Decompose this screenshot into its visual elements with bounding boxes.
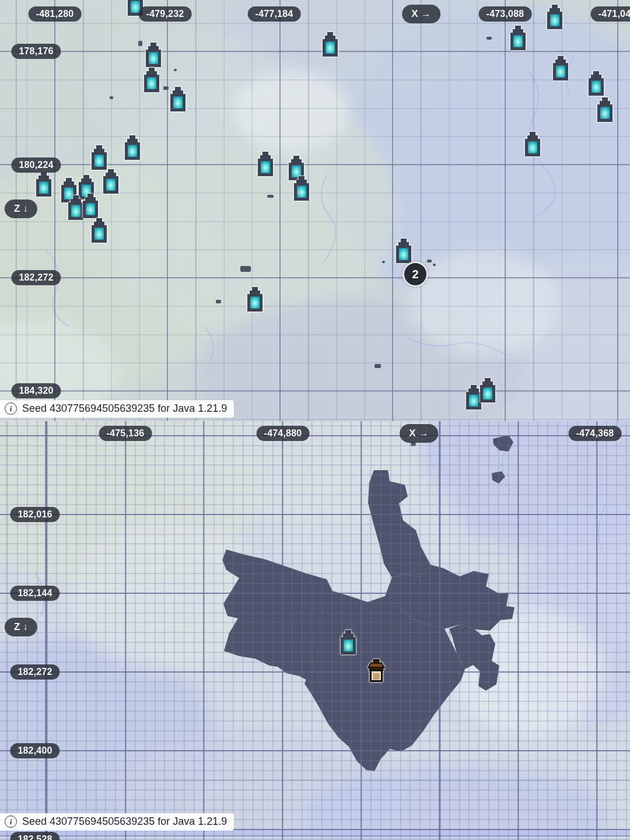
x-coordinate-label: -474,880 — [257, 426, 310, 441]
z-coordinate-label: 182,272 — [10, 664, 60, 680]
x-coordinate-label: -477,184 — [248, 6, 301, 22]
z-axis-direction-pill: Z ↓ — [5, 618, 37, 636]
z-coordinate-label: 182,144 — [10, 586, 60, 601]
z-coordinate-label: 182,016 — [10, 507, 60, 522]
map-detail-panel[interactable]: -475,136-474,880-474,368182,016182,14418… — [0, 421, 630, 840]
x-coordinate-label: -481,280 — [29, 6, 82, 22]
seed-info-bar: i Seed 430775694505639235 for Java 1.21.… — [0, 813, 234, 831]
coordinate-labels-layer: -475,136-474,880-474,368182,016182,14418… — [0, 421, 630, 840]
info-icon[interactable]: i — [5, 402, 17, 415]
x-coordinate-label: -474,368 — [569, 426, 622, 441]
info-icon[interactable]: i — [5, 816, 17, 828]
z-coordinate-label: 182,272 — [11, 270, 61, 285]
x-axis-direction-pill: X → — [402, 5, 440, 23]
seed-info-bar: i Seed 430775694505639235 for Java 1.21.… — [0, 400, 234, 418]
coordinate-labels-layer: -481,280-479,232-477,184-473,088-471,040… — [0, 0, 630, 421]
z-coordinate-label: 180,224 — [11, 158, 61, 173]
z-coordinate-label: 184,320 — [11, 383, 61, 398]
x-coordinate-label: -473,088 — [479, 6, 532, 22]
z-axis-direction-pill: Z ↓ — [5, 200, 37, 218]
seed-info-text: Seed 430775694505639235 for Java 1.21.9 — [22, 402, 227, 415]
seed-map-app: 2 -481,280-479,232-477,184-473,088-471,0… — [0, 0, 630, 840]
seed-info-text: Seed 430775694505639235 for Java 1.21.9 — [22, 816, 227, 828]
x-axis-direction-pill: X → — [400, 424, 438, 443]
z-coordinate-label: 182,400 — [10, 743, 60, 758]
x-coordinate-label: -479,232 — [139, 6, 192, 22]
x-coordinate-label: -475,136 — [99, 426, 152, 441]
z-coordinate-label: 178,176 — [11, 44, 61, 59]
x-coordinate-label: -471,040 — [591, 6, 630, 22]
map-overview-panel[interactable]: 2 -481,280-479,232-477,184-473,088-471,0… — [0, 0, 630, 421]
z-coordinate-label: 182,528 — [10, 832, 60, 840]
